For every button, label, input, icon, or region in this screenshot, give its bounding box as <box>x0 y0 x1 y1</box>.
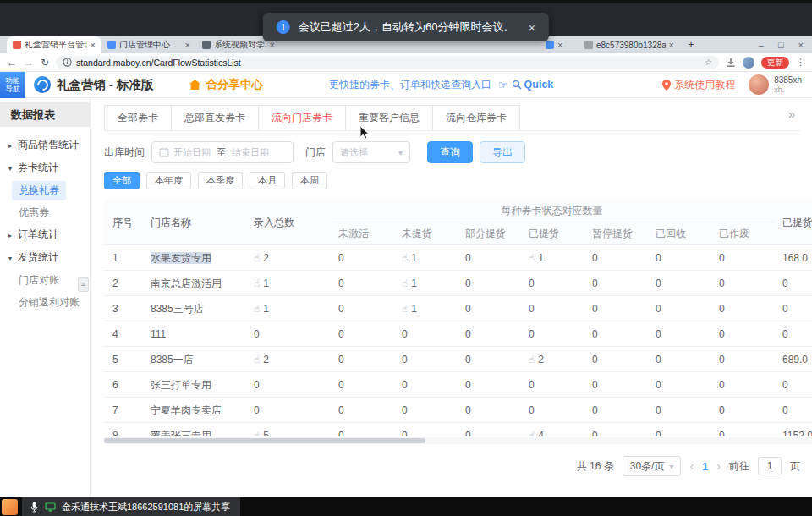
caret-icon: ▾ <box>8 247 18 270</box>
refresh-icon[interactable]: ↻ <box>41 58 49 68</box>
cell-value[interactable]: 2 <box>263 354 269 365</box>
horizontal-scrollbar[interactable] <box>104 437 812 444</box>
hand-link-icon[interactable]: ☝ <box>402 277 408 289</box>
sidebar-collapse-handle[interactable]: ≡ <box>78 277 89 292</box>
toast-close-icon[interactable]: × <box>528 20 535 35</box>
scrollbar-thumb[interactable] <box>104 438 425 443</box>
cell-status: ☝4 <box>520 423 584 436</box>
tutorial-link[interactable]: 系统使用教程 <box>674 78 735 92</box>
browser-update-button[interactable]: 更新 <box>761 57 789 69</box>
sidebar-subitem[interactable]: 优惠券 <box>0 201 90 223</box>
cell-value[interactable]: 1 <box>263 277 269 289</box>
cell-value: 0 <box>656 404 661 416</box>
cell-value: 0 <box>719 328 725 340</box>
tab-favicon-icon <box>584 41 593 49</box>
sidebar-subitem[interactable]: 分销返利对账 <box>0 291 90 313</box>
prev-page-button[interactable]: ‹ <box>689 459 694 473</box>
hand-link-icon[interactable]: ☝ <box>254 430 260 436</box>
browser-tab[interactable]: e8c573980b1328a258fd2e6l× <box>579 36 680 53</box>
forward-icon[interactable]: → <box>24 58 34 68</box>
quick-range-button[interactable]: 本季度 <box>198 172 243 189</box>
cell-value[interactable]: 1 <box>263 303 269 315</box>
back-icon[interactable]: ← <box>7 58 17 68</box>
address-bar[interactable]: standard.maboy.cn/CardFlowStatisticsList… <box>56 56 719 69</box>
start-date-placeholder[interactable]: 开始日期 <box>173 146 211 159</box>
sidebar-item[interactable]: ▸商品销售统计 <box>0 134 90 156</box>
user-avatar[interactable] <box>749 74 769 95</box>
browser-tab[interactable]: 门店管理中心× <box>102 36 196 53</box>
goto-page-input[interactable] <box>758 457 782 475</box>
cell-value[interactable]: 5 <box>263 430 269 436</box>
cell-status: 0 <box>647 321 710 346</box>
cell-total: 0 <box>245 398 330 422</box>
cell-value: 0 <box>529 328 535 340</box>
tab-favicon-icon <box>202 41 211 49</box>
bookmark-star-icon[interactable]: ☆ <box>705 58 712 67</box>
cell-value[interactable]: 1 <box>411 303 417 315</box>
tab-close-icon[interactable]: × <box>91 40 96 50</box>
new-tab-button[interactable]: + <box>683 37 699 52</box>
content-tab[interactable]: 总部直发券卡 <box>172 106 259 130</box>
cell-value[interactable]: 1 <box>538 252 544 264</box>
quick-range-button[interactable]: 全部 <box>104 172 140 189</box>
store-select[interactable]: 请选择 ▾ <box>332 141 410 163</box>
search-button[interactable]: 查询 <box>427 141 473 163</box>
cell-value[interactable]: 1 <box>411 252 417 264</box>
hand-link-icon[interactable]: ☝ <box>529 430 535 436</box>
share-app-icon[interactable] <box>2 499 18 515</box>
content-tab[interactable]: 全部券卡 <box>105 106 172 130</box>
download-icon[interactable] <box>726 58 736 68</box>
page-size-select[interactable]: 30条/页 ▾ <box>623 456 682 476</box>
end-date-placeholder[interactable]: 结束日期 <box>232 146 269 159</box>
hand-link-icon[interactable]: ☝ <box>529 354 535 365</box>
browser-tab[interactable]: 礼盒营销平台管理中心× <box>7 36 102 53</box>
minimize-button[interactable]: – <box>759 40 764 50</box>
hand-link-icon[interactable]: ☝ <box>254 252 260 264</box>
tab-close-icon[interactable]: × <box>669 40 674 50</box>
cell-value[interactable]: 2 <box>263 252 269 264</box>
hand-link-icon[interactable]: ☝ <box>529 252 535 264</box>
nav-toggle-button[interactable]: 功能 导航 <box>0 72 25 98</box>
quick-range-button[interactable]: 本月 <box>250 172 285 189</box>
current-page[interactable]: 1 <box>702 460 708 473</box>
sidebar-subitem[interactable]: 兑换礼券 <box>0 179 90 201</box>
export-button[interactable]: 导出 <box>480 141 525 163</box>
username: 8385xh <box>774 75 802 85</box>
share-center-link[interactable]: 合分享中心 <box>189 77 263 92</box>
cell-value[interactable]: 1 <box>411 277 417 289</box>
content-tab[interactable]: 流向仓库券卡 <box>433 106 519 130</box>
sidebar-subitem[interactable]: 门店对账 <box>0 269 90 291</box>
hand-link-icon[interactable]: ☝ <box>254 277 260 289</box>
location-pin-icon <box>662 80 671 91</box>
quick-range-button[interactable]: 本周 <box>292 172 327 189</box>
next-page-button[interactable]: › <box>716 459 721 473</box>
table-row: 58385一店☝2000☝2000689.0 <box>104 347 812 372</box>
sidebar-item[interactable]: ▾发货统计 <box>0 246 90 269</box>
sidebar-item[interactable]: ▾券卡统计 <box>0 156 90 179</box>
maximize-button[interactable]: □ <box>778 40 784 50</box>
cell-value[interactable]: 4 <box>538 430 544 436</box>
cell-status: 0 <box>457 423 520 436</box>
cell-value: 0 <box>465 354 471 365</box>
sidebar-subitem-label: 门店对账 <box>12 271 66 290</box>
hand-link-icon[interactable]: ☝ <box>254 303 260 315</box>
hand-link-icon[interactable]: ☝ <box>402 252 408 264</box>
collapse-panel-chevron[interactable]: » <box>783 105 800 124</box>
date-range-input[interactable]: 开始日期 至 结束日期 <box>151 141 294 163</box>
browser-profile-avatar[interactable] <box>743 57 754 69</box>
quick-range-button[interactable]: 本年度 <box>146 172 191 189</box>
hand-link-icon[interactable]: ☝ <box>254 354 260 365</box>
sidebar-item[interactable]: ▸订单统计 <box>0 223 90 246</box>
hand-link-icon[interactable]: ☝ <box>402 303 408 315</box>
tab-close-icon[interactable]: × <box>185 40 190 50</box>
quick-link[interactable]: Quick <box>524 79 554 91</box>
cell-value: 0 <box>465 379 471 391</box>
cell-value[interactable]: 2 <box>538 354 544 365</box>
content-tab[interactable]: 流向门店券卡 <box>259 106 346 130</box>
cell-status: 0 <box>647 296 710 321</box>
browser-menu-icon[interactable]: ⋮ <box>796 57 805 68</box>
date-filter-label: 出库时间 <box>104 145 145 160</box>
close-button[interactable]: × <box>798 40 804 50</box>
tab-close-icon[interactable]: × <box>557 40 562 50</box>
cell-status: 0 <box>584 296 647 321</box>
